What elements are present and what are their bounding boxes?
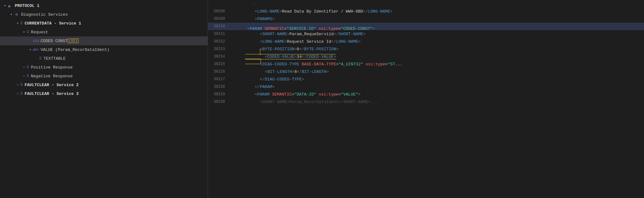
eq: =	[336, 62, 339, 67]
chevron-right-icon: ›	[15, 82, 20, 87]
grid-icon: ⠿	[20, 83, 23, 87]
attr-val-st: "ST	[388, 62, 395, 67]
grid-icon: ⠿	[20, 91, 23, 96]
tree-panel: ▾ PROTOCOL 1 ▾ Diagnostic Services ▾ ⠿ C…	[0, 0, 208, 198]
abc-icon: abc	[33, 48, 39, 52]
chevron-right-icon: ›	[21, 74, 26, 79]
line-num-38212: 38212	[208, 39, 230, 44]
tree-item-negative-response[interactable]: › ⠿ Negative Response	[0, 72, 208, 80]
tree-label-texttable: TEXTTABLE	[43, 56, 66, 61]
grid-icon: ⠿	[26, 65, 29, 70]
chevron-down-icon: ▾	[9, 12, 14, 17]
tree-item-value-param[interactable]: ▾ abc VALUE (Param_RecorDataIdent)	[0, 45, 208, 54]
coded-const-badge: (22)	[68, 39, 78, 43]
attr-xsi-type2: xsi:type	[365, 62, 385, 67]
line-num-38211: 38211	[208, 32, 230, 36]
tree-item-faultclear2[interactable]: › ⠿ FAULTCLEAR - Service 2	[0, 80, 208, 89]
bracket: >	[302, 77, 304, 82]
eq2: =	[385, 62, 388, 67]
grid-icon: ⠿	[26, 74, 29, 79]
tree-item-coded-const[interactable]: 123 CODED CONST (22)	[0, 36, 208, 45]
tree-label-request: Request	[31, 30, 48, 35]
chevron-right-icon: ›	[15, 91, 20, 96]
gear-icon	[14, 12, 20, 17]
tree-item-positive-response[interactable]: › ⠿ Positive Response	[0, 63, 208, 72]
tree-item-protocol1[interactable]: ▾ PROTOCOL 1	[0, 1, 208, 10]
line-num-38213: 38213	[208, 47, 230, 51]
line-num-38219: 38219	[208, 92, 230, 96]
tree-item-diagnostic[interactable]: ▾ Diagnostic Services	[0, 10, 208, 19]
line-num-38208: 38208	[208, 9, 230, 14]
xml-line-38220: 38220 <SHORT-NAME>Param_RecorDataIdent</…	[208, 98, 644, 106]
tree-label-coded-const: CODED CONST	[41, 39, 68, 43]
ellipsis: ...	[395, 62, 402, 67]
line-num-38218: 38218	[208, 85, 230, 89]
line-num-38210: 38210	[208, 24, 230, 29]
tag-bit-length-close: BIT-LENGTH	[302, 69, 326, 74]
text: Read Data By Identifier / WWH-OBD	[282, 9, 363, 14]
line-num-38215: 38215	[208, 62, 230, 66]
grid-icon: ⠿	[39, 56, 42, 61]
tree-label-diagnostic: Diagnostic Services	[21, 12, 68, 17]
tree-item-faultclear3[interactable]: › ⠿ FAULTCLEAR - Service 3	[0, 89, 208, 98]
chevron-right-icon: ›	[21, 65, 26, 70]
attr-val-uint32: "A_UINT32"	[339, 62, 363, 67]
123-icon: 123	[33, 39, 39, 43]
tree-item-texttable[interactable]: ⠿ TEXTTABLE	[0, 54, 208, 63]
tree-label-faultclear3: FAULTCLEAR - Service 3	[25, 91, 79, 96]
tag-longname-close: LONG-NAME	[368, 9, 390, 14]
layers-icon	[8, 3, 13, 8]
tree-item-currentdata[interactable]: ▾ ⠿ CURRENTDATA - Service 1	[0, 19, 208, 28]
tree-label-positive-response: Positive Response	[31, 65, 73, 70]
bracket: >	[390, 9, 393, 14]
bracket: >	[358, 39, 361, 44]
bracket: >	[363, 32, 366, 36]
bracket: >	[336, 47, 339, 52]
tree-label-protocol1: PROTOCOL 1	[15, 3, 39, 8]
bracket: >	[279, 9, 282, 14]
line-num-38209: 38209	[208, 17, 230, 21]
bracket: >	[326, 69, 329, 74]
chevron-down-icon: ▾	[3, 3, 8, 8]
line-num-38217: 38217	[208, 77, 230, 81]
tree-label-negative-response: Negative Response	[31, 74, 73, 79]
chevron-down-icon: ▾	[21, 30, 26, 35]
grid-icon: ⠿	[26, 30, 29, 35]
tree-label-value-param: VALUE (Param_RecorDataIdent)	[41, 47, 109, 52]
xml-editor-panel: ... 38208 <LONG-NAME>Read Data By Identi…	[208, 0, 644, 198]
dot-indicator: · · · · ·	[247, 22, 269, 26]
faded-text: <SHORT-NAME>Param_RecorDataIdent</SHORT-…	[260, 100, 378, 104]
line-num-38220: 38220	[208, 100, 230, 104]
bracket: </	[363, 9, 368, 14]
grid-icon: ⠿	[20, 21, 23, 26]
line-content-38220: <SHORT-NAME>Param_RecorDataIdent</SHORT-…	[230, 95, 378, 109]
line-num-38214: 38214	[208, 54, 230, 59]
chevron-down-icon: ▾	[28, 47, 33, 52]
chevron-down-icon: ▾	[15, 21, 20, 26]
tree-label-currentdata: CURRENTDATA - Service 1	[25, 21, 81, 26]
tree-label-faultclear2: FAULTCLEAR - Service 2	[25, 83, 79, 87]
tag-long-name2-close: LONG-NAME	[336, 39, 358, 44]
tree-item-request[interactable]: ▾ ⠿ Request	[0, 28, 208, 36]
line-num-38216: 38216	[208, 69, 230, 74]
